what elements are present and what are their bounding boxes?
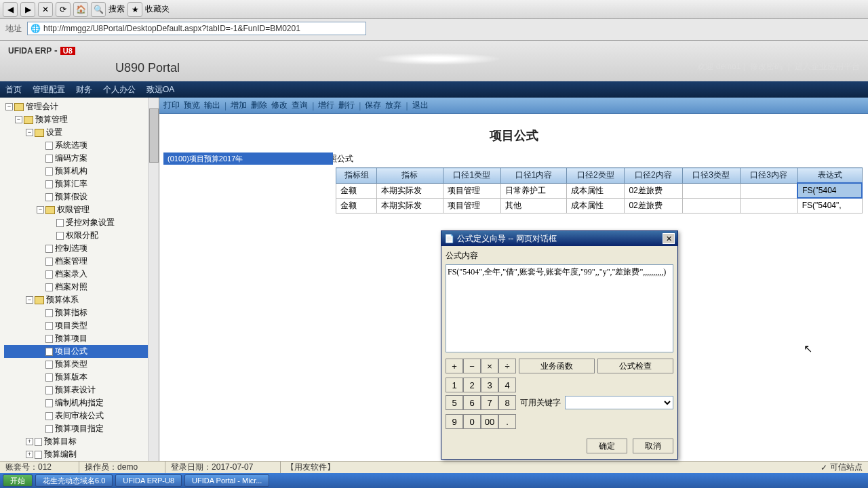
- tree-item-预算假设[interactable]: 预算假设: [4, 190, 159, 203]
- toolbar-输出[interactable]: 输出: [204, 100, 220, 111]
- task-3[interactable]: UFIDA Portal - Micr...: [184, 474, 269, 487]
- calc-btn-0[interactable]: 0: [463, 414, 481, 429]
- toolbar-退出[interactable]: 退出: [412, 100, 429, 111]
- nav-home[interactable]: 首页: [5, 84, 22, 96]
- nav-finance[interactable]: 财务: [76, 84, 92, 96]
- toolbar-修改[interactable]: 修改: [271, 100, 288, 111]
- taskbar: 开始 花生壳动态域名6.0 UFIDA ERP-U8 UFIDA Portal …: [0, 473, 868, 488]
- stop-button[interactable]: ✕: [38, 2, 53, 17]
- portal-nav: 首页 管理配置 财务 个人办公 致远OA: [0, 81, 868, 98]
- tree-scrollbar[interactable]: [148, 98, 159, 464]
- tree-item-档案管理[interactable]: 档案管理: [4, 255, 159, 268]
- cancel-button[interactable]: 取消: [633, 439, 673, 453]
- toolbar-放弃[interactable]: 放弃: [385, 100, 401, 111]
- tree-item-编码方案[interactable]: 编码方案: [4, 152, 159, 165]
- back-button[interactable]: ◀: [3, 2, 18, 17]
- col-口径2类型[interactable]: 口径2类型: [567, 168, 625, 184]
- toolbar-增行[interactable]: 增行: [318, 100, 334, 111]
- calc-btn-.[interactable]: .: [498, 414, 516, 429]
- dialog-titlebar[interactable]: 📄公式定义向导 -- 网页对话框 ✕: [441, 231, 677, 246]
- tree-item-档案对照[interactable]: 档案对照: [4, 281, 159, 293]
- page-title: 项目公式: [159, 114, 868, 150]
- tree-item-预算管理[interactable]: −预算管理: [4, 113, 159, 126]
- nav-oa[interactable]: 致远OA: [146, 84, 174, 96]
- calc-btn-5[interactable]: 5: [446, 395, 463, 410]
- close-icon[interactable]: ✕: [663, 233, 675, 244]
- toolbar-查询[interactable]: 查询: [292, 100, 308, 111]
- op-btn[interactable]: +: [446, 359, 463, 373]
- toolbar-增加[interactable]: 增加: [231, 100, 247, 111]
- op-btn[interactable]: −: [463, 359, 481, 373]
- forward-button[interactable]: ▶: [20, 2, 35, 17]
- col-口径1内容[interactable]: 口径1内容: [500, 168, 567, 184]
- col-口径3类型[interactable]: 口径3类型: [682, 168, 740, 184]
- tree-item-受控对象设置[interactable]: 受控对象设置: [4, 216, 159, 229]
- tree-item-编制机构指定[interactable]: 编制机构指定: [4, 396, 159, 409]
- nav-config[interactable]: 管理配置: [33, 84, 65, 96]
- col-口径3内容[interactable]: 口径3内容: [740, 168, 797, 184]
- tree-item-项目公式[interactable]: 项目公式: [4, 345, 159, 358]
- calc-btn-1[interactable]: 1: [446, 378, 463, 392]
- refresh-button[interactable]: ⟳: [56, 2, 71, 17]
- tree-item-预算体系[interactable]: −预算体系: [4, 293, 159, 306]
- home-button[interactable]: 🏠: [73, 2, 88, 17]
- ok-button[interactable]: 确定: [587, 439, 627, 453]
- task-2[interactable]: UFIDA ERP-U8: [115, 474, 182, 487]
- selected-project-row[interactable]: (0100)项目预算2017年: [163, 152, 333, 165]
- tree-item-控制选项[interactable]: 控制选项: [4, 242, 159, 255]
- enter-platform-link[interactable]: 进入企业应用平台: [795, 62, 860, 71]
- calc-btn-7[interactable]: 7: [481, 395, 498, 410]
- tree-item-预算类型[interactable]: 预算类型: [4, 358, 159, 371]
- tree-item-预算编制[interactable]: +预算编制: [4, 448, 159, 461]
- formula-textarea[interactable]: [446, 264, 673, 352]
- tree-item-预算机构[interactable]: 预算机构: [4, 165, 159, 178]
- tree-item-项目类型[interactable]: 项目类型: [4, 319, 159, 332]
- change-password-link[interactable]: 修改密码: [750, 62, 783, 71]
- col-口径1类型[interactable]: 口径1类型: [443, 168, 500, 184]
- tree-item-设置[interactable]: −设置: [4, 126, 159, 139]
- task-1[interactable]: 花生壳动态域名6.0: [35, 474, 113, 487]
- tree-item-预算版本[interactable]: 预算版本: [4, 371, 159, 384]
- keyword-select[interactable]: [565, 396, 673, 409]
- tree-item-权限分配[interactable]: 权限分配: [4, 229, 159, 242]
- tree-item-预算项目指定[interactable]: 预算项目指定: [4, 422, 159, 435]
- toolbar-删除[interactable]: 删除: [251, 100, 267, 111]
- tree-item-系统选项[interactable]: 系统选项: [4, 139, 159, 152]
- toolbar-保存[interactable]: 保存: [365, 100, 381, 111]
- table-row[interactable]: 金额本期实际发项目管理其他成本属性02差旅费FS("5404",: [336, 198, 863, 213]
- formula-check-button[interactable]: 公式检查: [597, 359, 673, 373]
- search-icon[interactable]: 🔍: [91, 2, 106, 17]
- portal-user-links: 欢迎 demo1 | 修改密码 | 进入企业应用平台: [697, 61, 863, 73]
- col-指标[interactable]: 指标: [377, 168, 443, 184]
- calc-btn-2[interactable]: 2: [463, 378, 481, 392]
- tree-item-预算目标[interactable]: +预算目标: [4, 435, 159, 448]
- tree-item-预算汇率[interactable]: 预算汇率: [4, 178, 159, 190]
- tree-item-预算表设计[interactable]: 预算表设计: [4, 384, 159, 396]
- tree-item-权限管理[interactable]: −权限管理: [4, 203, 159, 216]
- col-口径2内容[interactable]: 口径2内容: [625, 168, 682, 184]
- calc-btn-00[interactable]: 00: [481, 414, 498, 429]
- col-指标组[interactable]: 指标组: [336, 168, 377, 184]
- op-btn[interactable]: ×: [481, 359, 498, 373]
- nav-personal[interactable]: 个人办公: [103, 84, 136, 96]
- toolbar-删行[interactable]: 删行: [338, 100, 355, 111]
- favorites-icon[interactable]: ★: [127, 2, 142, 17]
- toolbar-预览[interactable]: 预览: [184, 100, 200, 111]
- tree-item-表间审核公式[interactable]: 表间审核公式: [4, 409, 159, 422]
- calc-btn-4[interactable]: 4: [498, 378, 516, 392]
- toolbar-打印[interactable]: 打印: [163, 100, 180, 111]
- calc-btn-6[interactable]: 6: [463, 395, 481, 410]
- op-btn[interactable]: ÷: [498, 359, 516, 373]
- table-row[interactable]: 金额本期实际发项目管理日常养护工成本属性02差旅费FS("5404: [336, 183, 863, 198]
- business-function-button[interactable]: 业务函数: [519, 359, 595, 373]
- tree-item-管理会计[interactable]: −管理会计: [4, 100, 159, 113]
- calc-btn-3[interactable]: 3: [481, 378, 498, 392]
- tree-item-档案录入[interactable]: 档案录入: [4, 268, 159, 281]
- calc-btn-8[interactable]: 8: [498, 395, 516, 410]
- calc-btn-9[interactable]: 9: [446, 414, 463, 429]
- col-表达式[interactable]: 表达式: [797, 168, 862, 184]
- address-bar[interactable]: 🌐 http://mmggz/U8Portal/DesktopDefault.a…: [27, 22, 366, 35]
- tree-item-预算项目[interactable]: 预算项目: [4, 332, 159, 345]
- start-button[interactable]: 开始: [3, 474, 33, 487]
- tree-item-预算指标[interactable]: 预算指标: [4, 306, 159, 319]
